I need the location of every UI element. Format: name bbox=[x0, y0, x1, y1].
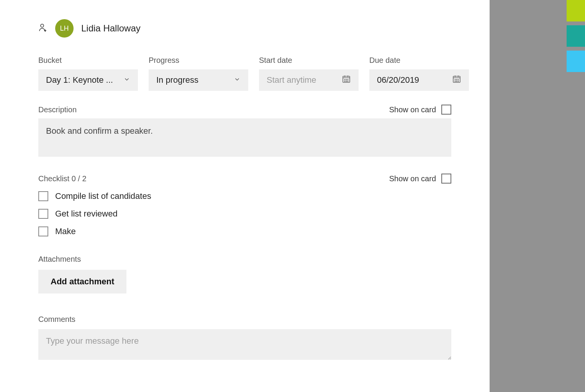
svg-point-4 bbox=[347, 79, 348, 80]
add-attachment-button[interactable]: Add attachment bbox=[38, 270, 126, 294]
checkbox-icon[interactable] bbox=[38, 191, 48, 201]
svg-point-6 bbox=[346, 81, 346, 81]
svg-point-11 bbox=[458, 79, 458, 80]
start-date-input-wrap[interactable] bbox=[259, 69, 359, 91]
due-date-input[interactable] bbox=[377, 75, 446, 85]
checklist-item[interactable]: Get list reviewed bbox=[38, 209, 451, 219]
svg-point-10 bbox=[456, 79, 457, 80]
description-header: Description Show on card bbox=[38, 105, 451, 115]
checklist-show-on-card[interactable]: Show on card bbox=[389, 174, 451, 184]
comments-label: Comments bbox=[38, 315, 75, 323]
label-tab-teal[interactable] bbox=[567, 25, 585, 47]
comments-section: Comments bbox=[38, 315, 451, 361]
label-tab-blue[interactable] bbox=[567, 51, 585, 72]
progress-label: Progress bbox=[149, 56, 248, 65]
due-date-label: Due date bbox=[369, 56, 469, 65]
checklist-item[interactable]: Compile list of candidates bbox=[38, 191, 451, 201]
checkbox-icon[interactable] bbox=[441, 105, 451, 115]
checklist-section: Checklist 0 / 2 Show on card Compile lis… bbox=[38, 174, 451, 236]
svg-point-14 bbox=[458, 81, 458, 81]
svg-point-5 bbox=[344, 81, 345, 81]
svg-point-13 bbox=[456, 81, 457, 81]
add-person-icon[interactable] bbox=[38, 23, 48, 34]
bucket-value: Day 1: Keynote ... bbox=[46, 75, 113, 85]
label-tab-green[interactable] bbox=[567, 0, 585, 21]
svg-point-12 bbox=[455, 81, 455, 81]
bucket-select[interactable]: Day 1: Keynote ... bbox=[38, 69, 138, 91]
fields-row: Bucket Day 1: Keynote ... Progress In pr… bbox=[38, 56, 451, 91]
bucket-field: Bucket Day 1: Keynote ... bbox=[38, 56, 138, 91]
avatar[interactable]: LH bbox=[55, 19, 74, 38]
calendar-icon[interactable] bbox=[342, 74, 351, 86]
calendar-icon[interactable] bbox=[452, 74, 461, 86]
checklist-item-text: Compile list of candidates bbox=[55, 191, 151, 201]
progress-value: In progress bbox=[156, 75, 198, 85]
attachments-label: Attachments bbox=[38, 255, 81, 263]
checklist-item[interactable]: Make bbox=[38, 226, 451, 236]
show-on-card-label: Show on card bbox=[389, 174, 436, 183]
task-detail-panel: LH Lidia Halloway Bucket Day 1: Keynote … bbox=[0, 0, 490, 392]
description-textarea[interactable] bbox=[38, 118, 451, 157]
description-label: Description bbox=[38, 105, 77, 114]
comments-input[interactable] bbox=[38, 329, 451, 360]
show-on-card-label: Show on card bbox=[389, 105, 436, 114]
svg-point-2 bbox=[344, 79, 345, 80]
progress-select[interactable]: In progress bbox=[149, 69, 248, 91]
checklist-label: Checklist 0 / 2 bbox=[38, 174, 87, 183]
checklist-item-text: Make bbox=[55, 226, 76, 236]
chevron-down-icon bbox=[123, 75, 130, 85]
checkbox-icon[interactable] bbox=[441, 174, 451, 184]
assignee-row: LH Lidia Halloway bbox=[38, 19, 451, 38]
svg-point-3 bbox=[346, 79, 346, 80]
checklist-item-text: Get list reviewed bbox=[55, 209, 118, 219]
svg-point-7 bbox=[347, 81, 348, 81]
attachments-section: Attachments Add attachment bbox=[38, 255, 451, 294]
assignee-name: Lidia Halloway bbox=[81, 23, 141, 34]
start-date-label: Start date bbox=[259, 56, 359, 65]
bucket-label: Bucket bbox=[38, 56, 138, 65]
due-date-input-wrap[interactable] bbox=[369, 69, 469, 91]
description-show-on-card[interactable]: Show on card bbox=[389, 105, 451, 115]
start-date-field: Start date bbox=[259, 56, 359, 91]
start-date-input[interactable] bbox=[267, 75, 336, 85]
progress-field: Progress In progress bbox=[149, 56, 248, 91]
checklist-header: Checklist 0 / 2 Show on card bbox=[38, 174, 451, 184]
chevron-down-icon bbox=[234, 75, 241, 85]
due-date-field: Due date bbox=[369, 56, 469, 91]
checkbox-icon[interactable] bbox=[38, 209, 48, 219]
checkbox-icon[interactable] bbox=[38, 226, 48, 236]
svg-point-0 bbox=[41, 24, 44, 27]
svg-point-9 bbox=[455, 79, 455, 80]
